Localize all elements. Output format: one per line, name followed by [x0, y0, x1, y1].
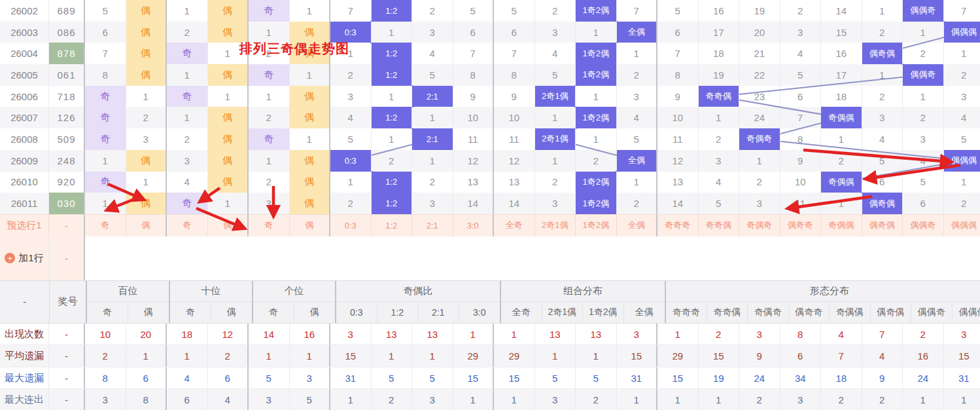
highlight-cell: 1:2: [372, 64, 413, 86]
prize-cell: 061: [49, 64, 85, 86]
even-marker-cell: 偶: [208, 0, 249, 22]
preselect-cell[interactable]: 奇: [167, 215, 208, 236]
preselect-cell[interactable]: 全偶: [617, 215, 658, 236]
miss-count-cell: 3: [126, 128, 167, 150]
add-row-button[interactable]: + 加1行: [5, 252, 43, 265]
preselect-cell[interactable]: 偶: [290, 215, 331, 236]
add-row-button-cell[interactable]: + 加1行: [0, 236, 49, 280]
table-row: 26010920奇14偶2偶11:22131321奇2偶1134210奇偶偶65…: [0, 172, 980, 193]
preselect-cell[interactable]: 偶奇奇: [780, 215, 822, 236]
period-cell: 26006: [0, 86, 49, 107]
even-marker-cell: 偶: [126, 64, 167, 86]
header-sub-label: 奇: [170, 302, 211, 323]
miss-count-cell: 11: [657, 128, 699, 150]
table-row: 260050618偶1偶奇121:258851奇2偶2819225171偶偶奇2: [0, 64, 980, 86]
header-sub-label: 偶: [294, 302, 336, 323]
stats-value-cell: 7: [862, 324, 903, 345]
miss-count-cell: 7: [330, 0, 372, 22]
even-marker-cell: 偶: [290, 43, 331, 64]
miss-count-cell: 4: [862, 128, 903, 150]
preselect-cell[interactable]: 偶: [208, 215, 249, 236]
header-sub-label: 奇奇奇: [666, 302, 707, 323]
even-marker-cell: 偶: [290, 86, 331, 107]
stats-value-cell: 1: [657, 389, 699, 410]
miss-count-cell: 17: [821, 64, 862, 86]
stats-value-cell: 18: [821, 367, 862, 389]
header-sub-label: 奇: [253, 302, 294, 323]
preselect-cell[interactable]: 3:0: [453, 215, 495, 236]
stats-value-cell: 1: [617, 389, 658, 410]
header-subs: 全奇2奇1偶1奇2偶全偶: [501, 302, 665, 323]
stats-value-cell: 9: [862, 367, 903, 389]
preselect-dash-cell: -: [49, 215, 85, 236]
stats-value-cell: 1: [126, 345, 167, 367]
highlight-cell: 奇偶偶: [821, 107, 862, 128]
preselect-cell[interactable]: 1:2: [372, 215, 413, 236]
highlight-cell: 1:2: [372, 172, 413, 193]
even-marker-cell: 偶: [208, 107, 249, 128]
miss-count-cell: 6: [85, 22, 126, 43]
miss-count-cell: 1: [862, 0, 903, 22]
stats-value-cell: 4: [208, 389, 249, 410]
header-group: 组合分布全奇2奇1偶1奇2偶全偶: [501, 281, 666, 323]
preselect-cell[interactable]: 奇奇奇: [657, 215, 699, 236]
miss-count-cell: 2: [167, 128, 208, 150]
miss-count-cell: 1: [208, 86, 249, 107]
preselect-cell[interactable]: 0:3: [330, 215, 372, 236]
miss-count-cell: 3: [330, 86, 372, 107]
stats-row-label: 平均遗漏: [0, 345, 49, 367]
miss-count-cell: 4: [699, 172, 740, 193]
highlight-cell: 1:2: [372, 0, 413, 22]
odd-marker-cell: 奇: [249, 128, 290, 150]
stats-value-cell: 1: [494, 389, 535, 410]
miss-count-cell: 1: [617, 43, 658, 64]
miss-count-cell: 4: [330, 107, 372, 128]
preselect-cell[interactable]: 1奇2偶: [576, 215, 617, 236]
preselect-cell[interactable]: 奇偶奇: [739, 215, 780, 236]
stats-value-cell: 5: [412, 367, 453, 389]
miss-count-cell: 1: [85, 150, 126, 172]
preselect-cell[interactable]: 偶偶奇: [903, 215, 944, 236]
preselect-cell[interactable]: 偶偶偶: [944, 215, 980, 236]
miss-count-cell: 1: [126, 86, 167, 107]
header-sub-label: 偶偶偶: [953, 302, 980, 323]
odd-marker-cell: 奇: [167, 193, 208, 214]
preselect-cell[interactable]: 奇: [85, 215, 126, 236]
stats-value-cell: 1: [535, 345, 576, 367]
prize-cell: 689: [49, 0, 85, 22]
highlight-cell: 2奇1偶: [535, 128, 576, 150]
highlight-cell: 全偶: [617, 22, 658, 43]
preselect-cell[interactable]: 奇: [249, 215, 290, 236]
header-sub-label: 1:2: [377, 302, 419, 323]
stats-value-cell: 13: [372, 324, 413, 345]
stats-row: 平均遗漏-211211151129291115291596741615: [0, 345, 980, 367]
prize-cell: 509: [49, 128, 85, 150]
stats-value-cell: 24: [739, 367, 780, 389]
preselect-cell[interactable]: 奇奇偶: [699, 215, 740, 236]
preselect-cell[interactable]: 2奇1偶: [535, 215, 576, 236]
stats-value-cell: 5: [372, 367, 413, 389]
miss-count-cell: 6: [903, 193, 944, 214]
preselect-cell[interactable]: 偶: [126, 215, 167, 236]
miss-count-cell: 1: [208, 43, 249, 64]
miss-count-cell: 2: [903, 43, 944, 64]
preselect-cell[interactable]: 偶奇偶: [862, 215, 903, 236]
preselect-cell[interactable]: 奇偶偶: [821, 215, 862, 236]
even-marker-cell: 偶: [208, 64, 249, 86]
miss-count-cell: 13: [494, 172, 535, 193]
stats-value-cell: 5: [535, 367, 576, 389]
miss-count-cell: 5: [780, 64, 822, 86]
miss-count-cell: 14: [821, 0, 862, 22]
preselect-cell[interactable]: 全奇: [494, 215, 535, 236]
header-sub-label: 全偶: [624, 302, 665, 323]
miss-count-cell: 1: [617, 172, 658, 193]
stats-value-cell: 19: [699, 367, 740, 389]
stats-value-cell: 10: [85, 324, 126, 345]
stats-dash-cell: -: [49, 324, 85, 345]
miss-count-cell: 1: [944, 172, 980, 193]
stats-value-cell: 1: [699, 389, 740, 410]
preselect-cell[interactable]: 2:1: [412, 215, 453, 236]
highlight-cell: 1奇2偶: [576, 43, 617, 64]
miss-count-cell: 1: [576, 128, 617, 150]
stats-value-cell: 9: [739, 345, 780, 367]
